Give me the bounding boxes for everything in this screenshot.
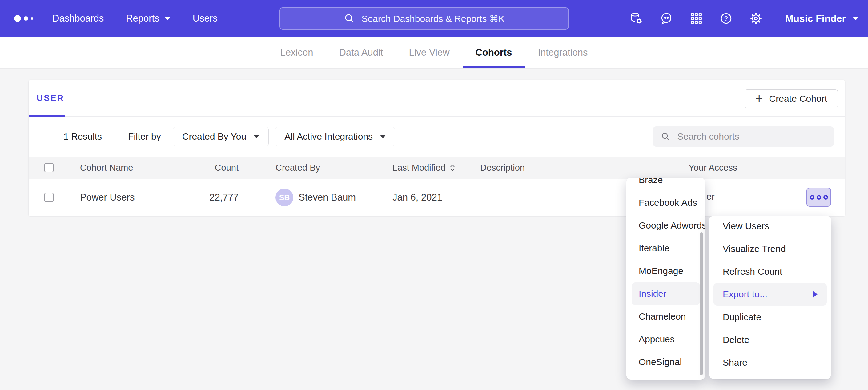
tab-cohorts-label: Cohorts [475, 47, 512, 58]
header-last-modified[interactable]: Last Modified [393, 163, 456, 173]
apps-grid-button[interactable] [689, 12, 703, 25]
menu-item-delete[interactable]: Delete [709, 328, 831, 351]
settings-gear-icon [749, 11, 763, 26]
header-your-access: Your Access [688, 163, 738, 173]
menu-item-duplicate[interactable]: Duplicate [709, 306, 831, 328]
header-count: Count [176, 163, 239, 173]
global-search-placeholder: Search Dashboards & Reports ⌘K [361, 13, 504, 24]
tab-integrations-label: Integrations [538, 47, 588, 58]
menu-item-share[interactable]: Share [709, 351, 831, 374]
svg-text:?: ? [724, 15, 727, 22]
menu-item-google-adwords[interactable]: Google Adwords [626, 214, 705, 237]
menu-item-braze[interactable]: Braze [626, 178, 705, 191]
menu-item-onesignal[interactable]: OneSignal [626, 351, 705, 373]
mixpanel-logo[interactable] [14, 15, 33, 22]
tab-integrations[interactable]: Integrations [525, 37, 600, 68]
tab-data-audit[interactable]: Data Audit [326, 37, 396, 68]
tab-data-audit-label: Data Audit [339, 47, 383, 58]
menu-item-insider[interactable]: Insider [631, 282, 700, 305]
last-modified-date: Jan 6, 2021 [393, 192, 442, 203]
select-all-checkbox[interactable] [44, 163, 54, 172]
integrations-filter[interactable]: All Active Integrations [275, 127, 395, 147]
nav-users-label: Users [193, 13, 218, 24]
created-by-name: Steven Baum [299, 192, 356, 203]
logo-dot-medium [24, 16, 28, 21]
sort-icon [450, 163, 456, 172]
header-last-modified-label: Last Modified [393, 163, 446, 173]
chevron-down-icon [164, 17, 170, 20]
tab-user-label: USER [37, 93, 64, 103]
cohort-type-row: USER + Create Cohort [29, 80, 845, 117]
menu-item-appcues[interactable]: Appcues [626, 328, 705, 351]
export-to-submenu-list: Braze Facebook Ads Google Adwords Iterab… [626, 178, 705, 373]
tab-lexicon[interactable]: Lexicon [268, 37, 326, 68]
nav-reports-label: Reports [126, 13, 159, 24]
menu-item-facebook-ads[interactable]: Facebook Ads [626, 191, 705, 214]
data-management-button[interactable] [630, 12, 643, 25]
tab-cohorts[interactable]: Cohorts [463, 37, 525, 68]
table-row: Power Users 22,777 SB Steven Baum Jan 6,… [29, 179, 845, 216]
scrollbar-thumb[interactable] [700, 232, 703, 375]
help-icon: ? [719, 11, 733, 26]
top-bar: Dashboards Reports Users Search Dashboar… [0, 0, 868, 37]
search-icon [343, 12, 355, 24]
filter-row: 1 Results Filter by Created By You All A… [29, 117, 845, 157]
menu-item-view-users[interactable]: View Users [709, 216, 831, 237]
nav-reports[interactable]: Reports [126, 13, 170, 24]
row-checkbox[interactable] [44, 193, 54, 202]
nav-dashboards-label: Dashboards [52, 13, 104, 24]
divider [115, 128, 115, 145]
cohort-search-box[interactable] [653, 126, 834, 147]
cohort-actions-list: View Users Visualize Trend Refresh Count… [709, 216, 831, 374]
feedback-icon [660, 11, 673, 26]
apps-grid-icon [689, 11, 703, 26]
cohort-search-input[interactable] [677, 131, 826, 142]
tab-live-view-label: Live View [409, 47, 450, 58]
avatar: SB [276, 189, 293, 206]
integrations-filter-label: All Active Integrations [284, 131, 373, 142]
menu-item-refresh-count[interactable]: Refresh Count [709, 260, 831, 283]
create-cohort-button[interactable]: + Create Cohort [745, 89, 838, 108]
created-by-filter-label: Created By You [182, 131, 247, 142]
your-access-value-partial: er [706, 191, 715, 202]
project-switcher[interactable]: Music Finder [785, 13, 859, 24]
project-name: Music Finder [785, 13, 846, 24]
menu-item-export-to[interactable]: Export to... [713, 283, 827, 306]
cohorts-panel: USER + Create Cohort 1 Results Filter by… [29, 80, 845, 216]
submenu-arrow-icon [813, 291, 817, 298]
active-tab-underline [29, 115, 65, 117]
nav-users[interactable]: Users [193, 13, 218, 24]
menu-item-visualize-trend[interactable]: Visualize Trend [709, 237, 831, 260]
search-icon [660, 131, 671, 142]
created-by-filter[interactable]: Created By You [173, 127, 269, 147]
cohort-name-link[interactable]: Power Users [80, 192, 134, 203]
filter-by-label: Filter by [128, 131, 161, 142]
chevron-down-icon [852, 17, 859, 20]
menu-item-iterable[interactable]: Iterable [626, 237, 705, 260]
ellipsis-icon [810, 195, 814, 200]
section-tabs: Lexicon Data Audit Live View Cohorts Int… [0, 37, 868, 69]
top-right-actions: ? Music Finder [630, 12, 859, 25]
global-search[interactable]: Search Dashboards & Reports ⌘K [279, 7, 569, 30]
cohort-actions-menu: View Users Visualize Trend Refresh Count… [709, 216, 831, 379]
nav-dashboards[interactable]: Dashboards [52, 13, 104, 24]
row-actions-button[interactable] [806, 188, 831, 207]
create-cohort-label: Create Cohort [769, 94, 827, 104]
cohort-count: 22,777 [176, 192, 239, 203]
header-created-by: Created By [276, 163, 320, 173]
results-count: 1 Results [63, 131, 102, 142]
logo-dot-small [31, 17, 33, 20]
tab-user-cohorts[interactable]: USER [37, 80, 64, 116]
header-cohort-name: Cohort Name [80, 163, 133, 173]
help-button[interactable]: ? [719, 12, 733, 25]
settings-button[interactable] [749, 12, 763, 25]
feedback-button[interactable] [660, 12, 673, 25]
tab-live-view[interactable]: Live View [396, 37, 462, 68]
chevron-down-icon [380, 135, 386, 138]
export-to-submenu: Braze Facebook Ads Google Adwords Iterab… [626, 178, 705, 380]
tab-lexicon-label: Lexicon [280, 47, 313, 58]
data-management-icon [630, 11, 643, 26]
table-header: Cohort Name Count Created By Last Modifi… [29, 157, 845, 179]
menu-item-chameleon[interactable]: Chameleon [626, 305, 705, 328]
menu-item-moengage[interactable]: MoEngage [626, 260, 705, 282]
